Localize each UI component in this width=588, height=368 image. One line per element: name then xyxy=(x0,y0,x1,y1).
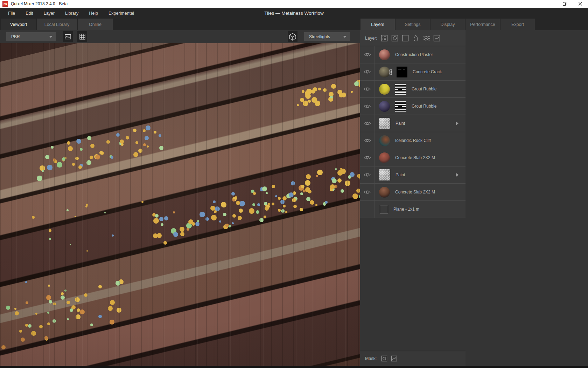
layer-row-body: Paint xyxy=(379,118,465,129)
layer-row-grout-rubble[interactable]: Grout Rubble xyxy=(360,81,465,98)
layer-row-paint[interactable]: Paint xyxy=(360,115,465,132)
grid-view-button[interactable] xyxy=(77,31,87,42)
expand-arrow-icon[interactable] xyxy=(456,121,458,125)
layer-label: Grout Rubble xyxy=(412,104,436,109)
sphere-plaster-thumbnail xyxy=(379,49,390,60)
tab-settings[interactable]: Settings xyxy=(396,19,430,30)
menu-help[interactable]: Help xyxy=(84,8,103,19)
window-bottom-edge xyxy=(0,366,588,368)
visibility-eye-icon[interactable] xyxy=(360,149,374,166)
layer-row-body: Grout Rubble xyxy=(379,101,465,112)
layers-panel: Layer: Construction PlasterConcrete Crac… xyxy=(360,30,588,366)
tab-strip: ViewportLocal LibraryOnline LayersSettin… xyxy=(0,19,588,30)
layer-row-plane-1x1-m[interactable]: Plane - 1x1 m xyxy=(360,201,465,218)
layer-row-body: Concrete Slab 2X2 M xyxy=(379,187,465,198)
close-button[interactable] xyxy=(572,0,588,8)
paint-thumbnail xyxy=(379,118,390,129)
layer-row-concrete-slab-2x2-m[interactable]: Concrete Slab 2X2 M xyxy=(360,149,465,166)
tab-online[interactable]: Online xyxy=(78,19,113,30)
visibility-eye-icon[interactable] xyxy=(360,46,374,63)
minimize-button[interactable] xyxy=(541,0,556,8)
tab-display[interactable]: Display xyxy=(430,19,465,30)
solid-layer-icon[interactable] xyxy=(381,34,388,42)
layer-label: Paint xyxy=(396,121,405,126)
layer-type-header: Layer: xyxy=(360,30,465,46)
layer-row-icelandic-rock-cliff[interactable]: Icelandic Rock Cliff xyxy=(360,132,465,149)
layer-label: Concrete Crack xyxy=(413,69,442,74)
quixel-mixer-window: m Quixel Mixer 2018.2.4.0 - Beta Tiles —… xyxy=(0,0,588,368)
tab-local-library[interactable]: Local Library xyxy=(37,19,77,30)
eye-cell-empty xyxy=(360,201,374,218)
visibility-eye-icon[interactable] xyxy=(360,132,374,149)
menu-edit[interactable]: Edit xyxy=(20,8,38,19)
shading-mode-dropdown[interactable]: PBR xyxy=(6,32,56,41)
layer-label: Plane - 1x1 m xyxy=(393,207,419,212)
layer-label: Paint xyxy=(396,172,405,177)
link-chain-icon xyxy=(388,69,393,75)
visibility-eye-icon[interactable] xyxy=(360,115,374,132)
visibility-eye-icon[interactable] xyxy=(360,98,374,115)
layer-row-body: Concrete Crack xyxy=(379,67,465,77)
layer-header-label: Layer: xyxy=(365,36,377,41)
expand-arrow-icon[interactable] xyxy=(456,173,458,177)
layer-label: Icelandic Rock Cliff xyxy=(395,138,431,143)
perspective-cube-button[interactable] xyxy=(288,31,298,42)
circle-mask-icon[interactable] xyxy=(381,355,387,362)
menu-experimental[interactable]: Experimental xyxy=(103,8,139,19)
mask-row: Mask: xyxy=(360,351,465,366)
sphere-grout-y-thumbnail xyxy=(379,84,390,95)
restore-button[interactable] xyxy=(556,0,572,8)
square-layer-icon[interactable] xyxy=(402,34,409,42)
waves-layer-icon[interactable] xyxy=(423,34,430,42)
mask-label: Mask: xyxy=(365,356,377,361)
app-logo-icon: m xyxy=(2,1,8,7)
mask-stripes-thumbnail xyxy=(395,101,406,112)
tab-viewport[interactable]: Viewport xyxy=(1,19,36,30)
layer-row-grout-rubble[interactable]: Grout Rubble xyxy=(360,98,465,115)
sphere-slab-r-thumbnail xyxy=(379,152,390,163)
layer-row-body: Icelandic Rock Cliff xyxy=(379,135,465,146)
viewport-3d-canvas[interactable] xyxy=(0,43,360,366)
visibility-eye-icon[interactable] xyxy=(360,81,374,97)
layer-row-concrete-slab-2x2-m[interactable]: Concrete Slab 2X2 M xyxy=(360,184,465,201)
curve-layer-icon[interactable] xyxy=(433,34,441,42)
menu-file[interactable]: File xyxy=(3,8,20,19)
tab-layers[interactable]: Layers xyxy=(360,19,395,30)
viewport-grain-overlay xyxy=(0,43,360,366)
menu-layer[interactable]: Layer xyxy=(38,8,60,19)
visibility-eye-icon[interactable] xyxy=(360,63,374,80)
sphere-iceland-thumbnail xyxy=(379,135,390,146)
layer-row-concrete-crack[interactable]: Concrete Crack xyxy=(360,63,465,81)
texture-image-button[interactable] xyxy=(63,31,73,42)
layer-label: Concrete Slab 2X2 M xyxy=(395,155,435,160)
layer-row-body: Paint xyxy=(379,169,465,180)
environment-dropdown[interactable]: Streetlights xyxy=(304,32,350,41)
window-title: Quixel Mixer 2018.2.4.0 - Beta xyxy=(11,1,68,6)
circle-layer-icon[interactable] xyxy=(391,34,399,42)
layer-row-construction-plaster[interactable]: Construction Plaster xyxy=(360,46,465,63)
mask-stripes-thumbnail xyxy=(395,84,406,95)
visibility-eye-icon[interactable] xyxy=(360,184,374,200)
curve-mask-icon[interactable] xyxy=(391,355,397,362)
texture-image-icon xyxy=(65,34,71,40)
layer-label: Construction Plaster xyxy=(395,52,433,57)
paint-thumbnail xyxy=(379,169,390,180)
panel-tab-group: LayersSettingsDisplayPerformanceExport xyxy=(360,19,536,30)
menu-library[interactable]: Library xyxy=(60,8,84,19)
tab-export[interactable]: Export xyxy=(500,19,535,30)
menu-bar: Tiles — Metalness Workflow FileEditLayer… xyxy=(0,8,588,19)
layer-label: Concrete Slab 2X2 M xyxy=(395,190,435,195)
layer-row-paint[interactable]: Paint xyxy=(360,166,465,184)
visibility-eye-icon[interactable] xyxy=(360,166,374,183)
tab-performance[interactable]: Performance xyxy=(465,19,500,30)
viewport-toolbar: PBR Streetlights xyxy=(0,30,360,43)
plane-thumbnail xyxy=(380,205,388,213)
window-controls xyxy=(541,0,588,8)
droplet-layer-icon[interactable] xyxy=(412,34,420,42)
viewport-tab-group: ViewportLocal LibraryOnline xyxy=(1,19,113,30)
mask-black-thumbnail xyxy=(397,67,407,77)
titlebar: m Quixel Mixer 2018.2.4.0 - Beta xyxy=(0,0,588,8)
layers-column: Layer: Construction PlasterConcrete Crac… xyxy=(360,30,465,366)
layer-row-body: Plane - 1x1 m xyxy=(379,205,465,213)
grid-view-icon xyxy=(79,34,85,40)
